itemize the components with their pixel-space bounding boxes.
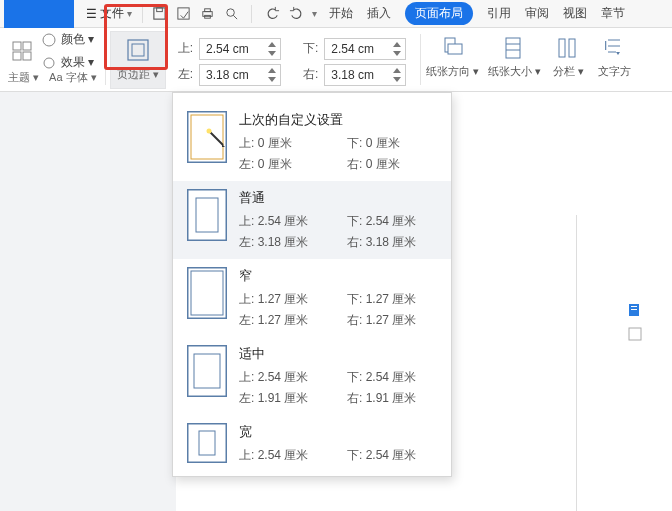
preset-title: 上次的自定义设置 xyxy=(239,111,437,129)
columns-button[interactable]: 分栏 ▾ xyxy=(545,28,591,86)
side-tools xyxy=(626,301,644,343)
preset-bottom: 下: 2.54 厘米 xyxy=(347,447,437,464)
color-button[interactable]: 颜色 ▾ xyxy=(41,31,94,48)
margins-button[interactable]: 页边距 ▾ xyxy=(110,31,166,89)
stepper[interactable] xyxy=(391,40,403,58)
svg-rect-26 xyxy=(188,268,226,318)
margin-preset-moderate[interactable]: 适中 上: 2.54 厘米 下: 2.54 厘米 左: 1.91 厘米 右: 1… xyxy=(173,337,451,415)
file-menu[interactable]: ☰ 文件 ▾ xyxy=(80,5,138,22)
preview-icon[interactable] xyxy=(223,6,239,22)
svg-rect-18 xyxy=(559,39,565,57)
theme-group: 颜色 ▾ 效果 ▾ 主题 ▾ Aa 字体 ▾ xyxy=(0,28,105,91)
svg-rect-10 xyxy=(23,52,31,60)
qat-more-icon[interactable]: ▾ xyxy=(312,8,317,19)
textdir-label: 文字方 xyxy=(598,64,631,79)
app-color-block xyxy=(4,0,74,28)
svg-point-23 xyxy=(207,129,212,134)
margin-preset-icon xyxy=(187,423,227,463)
svg-point-6 xyxy=(226,9,234,17)
preset-top: 上: 0 厘米 xyxy=(239,135,329,152)
preset-top: 上: 2.54 厘米 xyxy=(239,447,329,464)
svg-point-11 xyxy=(43,34,55,46)
margin-preset-last-custom[interactable]: 上次的自定义设置 上: 0 厘米 下: 0 厘米 左: 0 厘米 右: 0 厘米 xyxy=(173,103,451,181)
svg-rect-30 xyxy=(188,424,226,462)
preset-right: 右: 3.18 厘米 xyxy=(347,234,437,251)
tab-page-layout[interactable]: 页面布局 xyxy=(405,2,473,25)
stepper[interactable] xyxy=(391,66,403,84)
svg-rect-17 xyxy=(506,38,520,58)
svg-text:I: I xyxy=(604,39,607,53)
textdir-icon: I xyxy=(602,36,626,60)
preset-bottom: 下: 0 厘米 xyxy=(347,135,437,152)
preset-right: 右: 1.91 厘米 xyxy=(347,390,437,407)
save-icon[interactable] xyxy=(151,6,167,22)
margins-label: 页边距 ▾ xyxy=(117,67,159,82)
margin-preset-normal[interactable]: 普通 上: 2.54 厘米 下: 2.54 厘米 左: 3.18 厘米 右: 3… xyxy=(173,181,451,259)
svg-rect-33 xyxy=(631,306,637,307)
svg-rect-34 xyxy=(631,309,637,310)
dim-right-field[interactable]: 3.18 cm xyxy=(324,64,406,86)
tab-insert[interactable]: 插入 xyxy=(367,5,391,22)
document-preview xyxy=(576,215,672,511)
tab-chapter[interactable]: 章节 xyxy=(601,5,625,22)
svg-rect-9 xyxy=(13,52,21,60)
preset-left: 左: 0 厘米 xyxy=(239,156,329,173)
separator xyxy=(142,5,143,23)
orientation-button[interactable]: 纸张方向 ▾ xyxy=(421,28,483,86)
margin-preset-icon xyxy=(187,111,227,163)
svg-rect-27 xyxy=(191,271,223,315)
tab-view[interactable]: 视图 xyxy=(563,5,587,22)
svg-rect-0 xyxy=(153,8,164,19)
stepper[interactable] xyxy=(266,66,278,84)
ribbon-tabs: 开始 插入 页面布局 引用 审阅 视图 章节 xyxy=(329,2,625,25)
svg-rect-21 xyxy=(188,112,226,162)
svg-rect-4 xyxy=(204,9,210,12)
file-menu-label: 文件 xyxy=(100,5,124,22)
print-icon[interactable] xyxy=(199,6,215,22)
columns-icon xyxy=(556,36,580,60)
dim-left-label: 左: xyxy=(178,66,193,83)
preset-title: 宽 xyxy=(239,423,437,441)
undo-icon[interactable] xyxy=(264,6,280,22)
svg-point-12 xyxy=(44,58,54,68)
preset-top: 上: 2.54 厘米 xyxy=(239,213,329,230)
svg-rect-31 xyxy=(199,431,215,455)
separator xyxy=(251,5,252,23)
dim-left-value: 3.18 cm xyxy=(206,68,249,82)
doc-gray-icon[interactable] xyxy=(626,325,644,343)
dim-top-value: 2.54 cm xyxy=(206,42,249,56)
orientation-icon xyxy=(440,36,464,60)
dim-bottom-label: 下: xyxy=(303,40,318,57)
svg-rect-13 xyxy=(128,40,148,60)
preset-top: 上: 2.54 厘米 xyxy=(239,369,329,386)
tab-start[interactable]: 开始 xyxy=(329,5,353,22)
title-bar: ☰ 文件 ▾ ▾ 开始 插入 页面布局 引用 审阅 视图 章节 xyxy=(0,0,672,28)
theme-label[interactable]: 主题 ▾ xyxy=(8,70,39,85)
svg-rect-8 xyxy=(23,42,31,50)
svg-rect-22 xyxy=(191,115,223,159)
preset-top: 上: 1.27 厘米 xyxy=(239,291,329,308)
papersize-button[interactable]: 纸张大小 ▾ xyxy=(483,28,545,86)
dim-top-field[interactable]: 2.54 cm xyxy=(199,38,281,60)
font-label[interactable]: Aa 字体 ▾ xyxy=(49,70,97,85)
preset-title: 普通 xyxy=(239,189,437,207)
stepper[interactable] xyxy=(266,40,278,58)
left-gutter xyxy=(0,92,176,511)
tab-reference[interactable]: 引用 xyxy=(487,5,511,22)
margin-preset-icon xyxy=(187,345,227,397)
dim-bottom-field[interactable]: 2.54 cm xyxy=(324,38,406,60)
redo-icon[interactable] xyxy=(288,6,304,22)
textdir-button[interactable]: I 文字方 xyxy=(591,28,637,86)
svg-rect-19 xyxy=(569,39,575,57)
tab-review[interactable]: 审阅 xyxy=(525,5,549,22)
preset-title: 窄 xyxy=(239,267,437,285)
svg-rect-29 xyxy=(194,354,220,388)
svg-rect-7 xyxy=(13,42,21,50)
dim-left-field[interactable]: 3.18 cm xyxy=(199,64,281,86)
margin-preset-wide[interactable]: 宽 上: 2.54 厘米 下: 2.54 厘米 xyxy=(173,415,451,472)
margin-preset-narrow[interactable]: 窄 上: 1.27 厘米 下: 1.27 厘米 左: 1.27 厘米 右: 1.… xyxy=(173,259,451,337)
save-as-icon[interactable] xyxy=(175,6,191,22)
doc-blue-icon[interactable] xyxy=(626,301,644,319)
margins-dropdown: 上次的自定义设置 上: 0 厘米 下: 0 厘米 左: 0 厘米 右: 0 厘米… xyxy=(172,92,452,477)
papersize-label: 纸张大小 ▾ xyxy=(488,64,541,79)
